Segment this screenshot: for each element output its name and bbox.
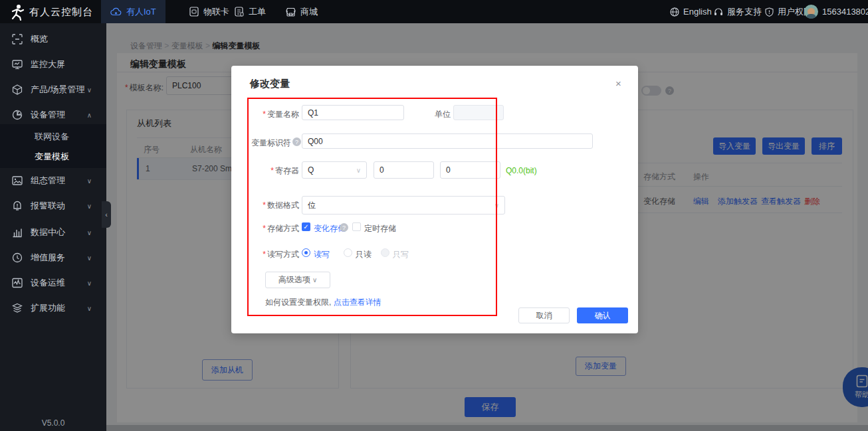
layers-icon — [12, 303, 23, 313]
work-order-icon — [235, 7, 244, 17]
chevron-down-icon: ∨ — [87, 203, 92, 210]
chevron-down-icon: ∨ — [87, 86, 92, 94]
sidebar-item-label: 组态管理 — [31, 175, 65, 187]
annotation-red-rectangle — [247, 98, 497, 316]
cube-icon — [12, 84, 23, 95]
sidebar-item-value-added[interactable]: 增值服务 ∨ — [0, 245, 106, 270]
sidebar-item-extensions[interactable]: 扩展功能 ∨ — [0, 296, 106, 321]
sidebar-item-label: 报警联动 — [31, 200, 65, 212]
dial-icon — [12, 252, 23, 263]
confirm-button[interactable]: 确认 — [577, 307, 628, 323]
bar-chart-icon — [12, 227, 23, 238]
nav-tab-label: 商城 — [300, 6, 318, 18]
sidebar-item-label: 监控大屏 — [31, 58, 65, 70]
picture-icon — [12, 175, 23, 186]
sidebar-submenu: 联网设备 变量模板 — [0, 124, 106, 168]
sidebar-item-label: 概览 — [31, 33, 48, 45]
chevron-down-icon: ∨ — [87, 280, 92, 287]
sidebar-item-network-devices[interactable]: 联网设备 — [0, 127, 106, 147]
modal-title: 修改变量 — [250, 78, 290, 90]
app-root: 有人云控制台 有人IoT 物联卡 工单 — [0, 0, 868, 431]
pie-icon — [12, 110, 23, 120]
cancel-button[interactable]: 取消 — [518, 307, 570, 323]
monitor-icon — [12, 59, 23, 70]
globe-icon — [670, 7, 679, 17]
chevron-down-icon: ∨ — [87, 254, 92, 262]
support-menu[interactable]: 服务支持 — [714, 0, 762, 23]
user-phone: 15634138026 — [822, 7, 868, 17]
support-label: 服务支持 — [727, 6, 762, 18]
shield-icon — [765, 7, 774, 17]
sidebar-item-label: 增值服务 — [31, 252, 65, 264]
chevron-down-icon: ∨ — [87, 305, 92, 312]
register-preview: Q0.0(bit) — [506, 166, 537, 175]
language-switch[interactable]: English — [670, 0, 712, 23]
nav-tab-mall[interactable]: 商城 — [286, 0, 318, 23]
sidebar-item-product-scene[interactable]: 产品/场景管理 ∨ — [0, 77, 106, 102]
sidebar-nav: 概览 监控大屏 产品/场景管理 ∨ 设备管理 ∧ 联网设备 变量模板 组态管理 … — [0, 23, 106, 431]
sidebar-item-label: 设备运维 — [31, 277, 65, 289]
sidebar-item-label: 设备管理 — [31, 109, 65, 121]
user-account[interactable]: 15634138026 — [804, 0, 868, 23]
chevron-up-icon: ∧ — [87, 112, 92, 119]
headset-icon — [714, 7, 723, 17]
sidebar-collapse-handle[interactable]: ‹ — [102, 201, 111, 228]
brand-title: 有人云控制台 — [29, 6, 93, 19]
sim-card-icon — [189, 7, 199, 17]
close-icon[interactable]: × — [615, 78, 621, 89]
sidebar-item-label: 数据中心 — [31, 226, 65, 238]
overview-icon — [12, 34, 23, 44]
language-label: English — [683, 7, 712, 17]
sidebar-item-scada[interactable]: 组态管理 ∨ — [0, 168, 106, 193]
sidebar-item-data-center[interactable]: 数据中心 ∨ — [0, 220, 106, 245]
sidebar-item-alarm[interactable]: 报警联动 ∨ — [0, 193, 106, 218]
pulse-chart-icon — [12, 278, 23, 288]
version-label: V5.0.0 — [0, 418, 106, 428]
nav-tab-label: 物联卡 — [203, 6, 229, 18]
nav-tab-label: 有人IoT — [126, 6, 156, 18]
user-avatar — [804, 5, 818, 19]
nav-tab-label: 工单 — [249, 6, 266, 18]
cloud-icon — [110, 7, 122, 16]
store-icon — [286, 7, 296, 17]
top-navbar: 有人云控制台 有人IoT 物联卡 工单 — [0, 0, 868, 23]
sidebar-item-device-ops[interactable]: 设备运维 ∨ — [0, 270, 106, 296]
nav-tab-iot[interactable]: 有人IoT — [101, 0, 165, 23]
nav-tab-workorder[interactable]: 工单 — [235, 0, 266, 23]
sidebar-item-monitor[interactable]: 监控大屏 — [0, 52, 106, 77]
chevron-down-icon: ∨ — [87, 177, 92, 185]
chevron-down-icon: ∨ — [87, 229, 92, 236]
sidebar-item-label: 扩展功能 — [31, 302, 65, 314]
alarm-bell-icon — [12, 201, 23, 211]
sidebar-item-overview[interactable]: 概览 — [0, 27, 106, 52]
collapse-left-icon: ‹ — [105, 211, 108, 218]
edit-variable-modal: 修改变量 × *变量名称 Q1 单位 变量标识符 ? Q00 *寄存器 Q ∨ … — [231, 66, 638, 333]
sidebar-item-variable-template[interactable]: 变量模板 — [0, 147, 106, 167]
nav-tab-sim[interactable]: 物联卡 — [189, 0, 229, 23]
brand-runner-icon — [9, 3, 26, 21]
sidebar-item-label: 产品/场景管理 — [31, 84, 85, 96]
